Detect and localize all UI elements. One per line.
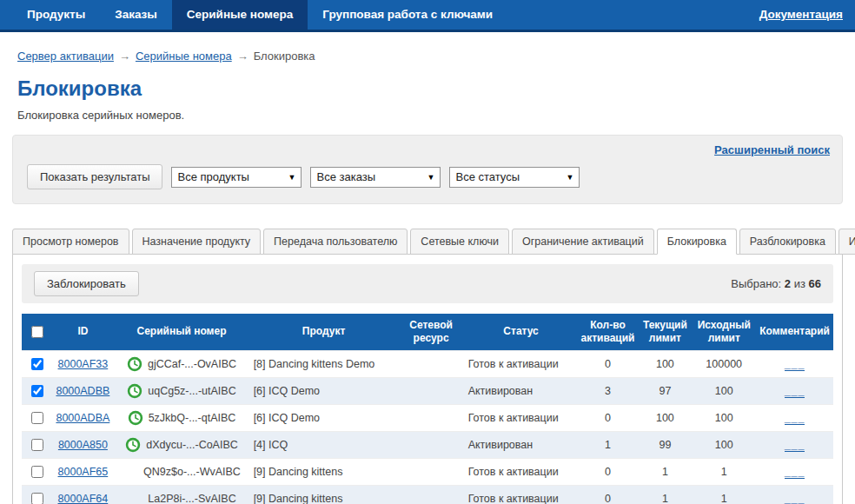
status-cell: Готов к активации: [465, 350, 578, 377]
serial-number: 5zJkbQ-...-qtAIBC: [149, 412, 236, 424]
serial-number: La2P8i-...-SvAIBC: [148, 493, 235, 504]
network-resource-cell: [398, 404, 465, 431]
orders-select[interactable]: Все заказы ▼: [310, 167, 441, 188]
block-button[interactable]: Заблокировать: [34, 271, 139, 296]
row-checkbox[interactable]: [31, 358, 43, 370]
table-row: 8000AF65 QN9z$o-...-WvAIBC [9] Dancing k…: [22, 458, 833, 485]
header-serial-number: Серийный номер: [113, 314, 249, 350]
nav-item-group-key-work[interactable]: Групповая работа с ключами: [308, 0, 507, 30]
network-resource-cell: [398, 350, 465, 377]
network-resource-cell: [398, 458, 465, 485]
select-all-checkbox[interactable]: [31, 326, 43, 338]
comment-link[interactable]: ___: [785, 466, 805, 479]
chevron-down-icon: ▼: [567, 173, 574, 182]
status-cell: Готов к активации: [465, 404, 578, 431]
tab-history[interactable]: История: [838, 229, 855, 255]
header-activation-count: Кол-во активаций: [578, 314, 639, 350]
header-network-resource: Сетевой ресурс: [398, 314, 465, 350]
product-cell: [6] ICQ Demo: [250, 377, 398, 404]
comment-link[interactable]: ___: [785, 412, 805, 425]
activation-count-cell: 0: [578, 350, 639, 377]
page-title: Блокировка: [17, 76, 855, 101]
filter-panel: Расширенный поиск Показать результаты Вс…: [12, 135, 843, 204]
product-cell: [9] Dancing kittens: [250, 458, 398, 485]
row-checkbox[interactable]: [31, 466, 43, 478]
comment-link[interactable]: ___: [785, 439, 805, 452]
tab-view-numbers[interactable]: Просмотр номеров: [12, 229, 129, 255]
table-header-row: ID Серийный номер Продукт Сетевой ресурс…: [22, 314, 833, 350]
orders-select-value: Все заказы: [316, 170, 375, 183]
clock-icon: [125, 437, 141, 453]
serial-number: uqCg5z-...-utAIBC: [148, 385, 235, 397]
initial-limit-cell: 1: [692, 485, 756, 504]
row-checkbox[interactable]: [31, 493, 43, 504]
status-cell: Активирован: [465, 377, 578, 404]
id-link[interactable]: 8000AF65: [58, 466, 109, 478]
products-select[interactable]: Все продукты ▼: [171, 167, 302, 188]
initial-limit-cell: 100000: [692, 350, 756, 377]
selected-count: 2: [785, 277, 791, 290]
tab-transfer-to-user[interactable]: Передача пользователю: [263, 229, 408, 255]
network-resource-cell: [398, 377, 465, 404]
id-link[interactable]: 8000AF33: [58, 358, 109, 370]
documentation-link[interactable]: Документация: [759, 0, 843, 30]
comment-link[interactable]: ___: [785, 385, 805, 398]
tab-unblocking[interactable]: Разблокировка: [739, 229, 836, 255]
current-limit-cell: 100: [638, 404, 692, 431]
row-checkbox[interactable]: [31, 439, 43, 451]
selected-label: Выбрано:: [731, 277, 781, 290]
clock-icon: [127, 356, 142, 372]
header-product: Продукт: [250, 314, 398, 350]
nav-item-orders[interactable]: Заказы: [100, 0, 172, 30]
show-results-button[interactable]: Показать результаты: [27, 164, 162, 189]
id-link[interactable]: 8000ADBB: [56, 385, 109, 397]
id-link[interactable]: 8000A850: [58, 439, 108, 451]
current-limit-cell: 1: [638, 485, 692, 504]
header-id: ID: [52, 314, 113, 350]
serial-number: gjCCaf-...-OvAIBC: [148, 358, 236, 370]
row-checkbox[interactable]: [31, 412, 43, 424]
blocking-panel: Заблокировать Выбрано: 2 из 66 ID Серийн…: [12, 254, 843, 504]
activation-count-cell: 0: [578, 404, 639, 431]
activation-count-cell: 1: [578, 431, 639, 458]
status-cell: Готов к активации: [465, 485, 578, 504]
page-subtitle: Блокировка серийных номеров.: [17, 109, 855, 122]
comment-link[interactable]: ___: [785, 358, 805, 371]
current-limit-cell: 100: [638, 350, 692, 377]
statuses-select[interactable]: Все статусы ▼: [449, 167, 580, 188]
breadcrumb-separator: →: [237, 50, 249, 63]
comment-link[interactable]: ___: [785, 493, 805, 504]
panel-toolbar: Заблокировать Выбрано: 2 из 66: [22, 264, 833, 303]
network-resource-cell: [398, 485, 465, 504]
tab-assign-product[interactable]: Назначение продукту: [132, 229, 262, 255]
tab-bar: Просмотр номеров Назначение продукту Пер…: [12, 229, 843, 254]
network-resource-cell: [398, 431, 465, 458]
selection-summary: Выбрано: 2 из 66: [731, 277, 821, 290]
id-link[interactable]: 8000ADBA: [56, 412, 109, 424]
tab-activation-limit[interactable]: Ограничение активаций: [512, 229, 654, 255]
product-cell: [8] Dancing kittens Demo: [250, 350, 398, 377]
tab-network-keys[interactable]: Сетевые ключи: [410, 229, 509, 255]
selected-total: 66: [809, 277, 821, 290]
row-checkbox[interactable]: [31, 385, 43, 397]
clock-icon: [128, 410, 143, 426]
breadcrumb: Сервер активации→Серийные номера→Блокиро…: [0, 32, 855, 63]
table-row: 8000AF33 gjCCaf-...-OvAIBC [8] Dancing k…: [22, 350, 833, 377]
advanced-search-link[interactable]: Расширенный поиск: [714, 143, 830, 156]
breadcrumb-current: Блокировка: [254, 50, 315, 63]
breadcrumb-link-serial-numbers[interactable]: Серийные номера: [136, 50, 232, 63]
current-limit-cell: 1: [638, 458, 692, 485]
activation-count-cell: 0: [578, 458, 639, 485]
product-cell: [9] Dancing kittens: [250, 485, 398, 504]
nav-item-serial-numbers[interactable]: Серийные номера: [172, 0, 308, 30]
tab-blocking[interactable]: Блокировка: [657, 229, 737, 255]
clock-icon: [127, 383, 142, 399]
id-link[interactable]: 8000AF64: [58, 493, 109, 504]
breadcrumb-link-activation-server[interactable]: Сервер активации: [17, 50, 114, 63]
current-limit-cell: 99: [638, 431, 692, 458]
table-row: 8000ADBB uqCg5z-...-utAIBC [6] ICQ Demo …: [22, 377, 833, 404]
nav-item-products[interactable]: Продукты: [12, 0, 100, 30]
selected-infix: из: [794, 277, 805, 290]
statuses-select-value: Все статусы: [455, 170, 520, 183]
header-comment: Комментарий: [756, 314, 833, 350]
